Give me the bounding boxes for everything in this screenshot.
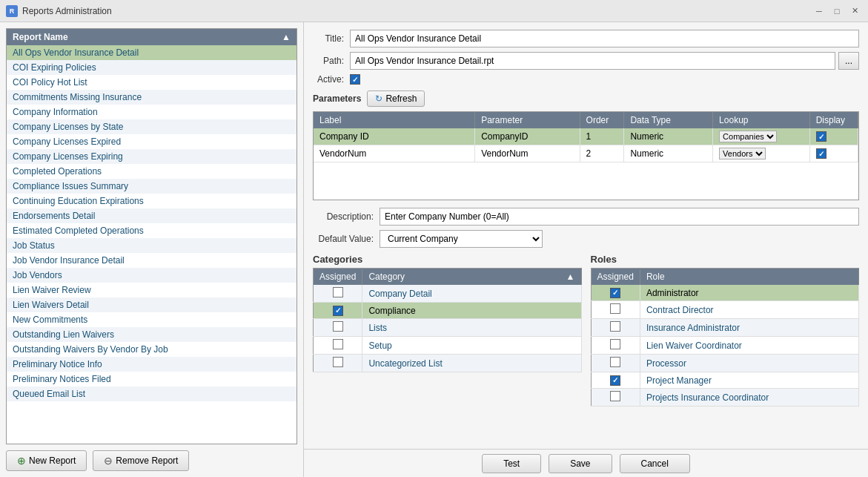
display-checkbox[interactable]: ✓ [816,131,826,142]
table-row[interactable]: Lien Waiver Coordinator [591,337,859,355]
report-list-item[interactable]: Continuing Education Expirations [7,194,296,208]
path-row: Path: ... [313,52,859,70]
report-list-item[interactable]: Outstanding Lien Waivers [7,327,296,342]
maximize-button[interactable]: □ [829,4,844,19]
refresh-label: Refresh [385,93,417,104]
table-row[interactable]: VendorNumVendorNum2NumericVendors✓ [314,145,858,162]
lookup-select[interactable]: Vendors [719,148,766,159]
parameters-title: Parameters [313,93,361,104]
remove-report-button[interactable]: ⊖ Remove Report [93,450,189,471]
col-datatype: Data Type [624,112,713,128]
report-list-item[interactable]: Preliminary Notice Info [7,357,296,372]
role-checkbox[interactable] [610,357,620,367]
category-checkbox[interactable]: ✓ [333,306,343,316]
table-row[interactable]: Uncategorized List [314,355,582,372]
app-icon: R [6,5,18,17]
lookup-select[interactable]: Companies [719,131,777,142]
report-list-item[interactable]: Compliance Issues Summary [7,179,296,194]
category-checkbox[interactable] [333,321,343,332]
table-row[interactable]: Processor [591,355,859,372]
browse-button[interactable]: ... [838,52,859,70]
report-list: All Ops Vendor Insurance DetailCOI Expir… [7,45,296,401]
right-panel: Title: Path: ... Active: ✓ Parameters ↻ … [304,22,868,477]
cancel-button[interactable]: Cancel [620,454,690,473]
categories-table: Assigned Category ▲ Company Detail✓Compl… [313,268,582,372]
report-list-item[interactable]: Preliminary Notices Filed [7,372,296,386]
remove-icon: ⊖ [104,455,113,467]
report-list-item[interactable]: Job Vendors [7,268,296,283]
new-report-label: New Report [29,455,76,466]
cat-roles-container: Categories Assigned Category ▲ Company D… [313,254,859,407]
title-label: Title: [313,33,350,44]
table-row[interactable]: Insurance Administrator [591,319,859,337]
report-list-item[interactable]: Completed Operations [7,164,296,179]
table-row[interactable]: Lists [314,319,582,337]
report-list-item[interactable]: New Commitments [7,312,296,327]
table-row[interactable]: Company IDCompanyID1NumericCompanies✓ [314,128,858,145]
minimize-button[interactable]: ─ [812,4,826,19]
report-list-item[interactable]: All Ops Vendor Insurance Detail [7,45,296,60]
remove-report-label: Remove Report [116,455,178,466]
table-row[interactable]: Setup [314,337,582,355]
description-row: Description: [313,208,859,226]
category-checkbox[interactable] [333,357,343,367]
table-row[interactable]: ✓Administrator [591,285,859,301]
display-checkbox[interactable]: ✓ [816,148,826,159]
title-input[interactable] [350,30,859,47]
parameters-section-header: Parameters ↻ Refresh [313,91,859,107]
report-list-item[interactable]: Company Licenses Expiring [7,149,296,164]
refresh-button[interactable]: ↻ Refresh [367,91,425,107]
report-list-item[interactable]: Endorsements Detail [7,208,296,223]
cat-col-category: Category ▲ [362,269,581,286]
report-list-item[interactable]: Company Licenses Expired [7,134,296,149]
table-row[interactable]: Contract Director [591,301,859,319]
sort-icon: ▲ [282,32,291,42]
table-row[interactable]: Company Detail [314,285,582,303]
active-checkbox[interactable]: ✓ [350,74,360,85]
report-list-item[interactable]: Estimated Completed Operations [7,223,296,238]
report-list-item[interactable]: Lien Waiver Review [7,283,296,297]
test-button[interactable]: Test [482,454,541,473]
path-input[interactable] [350,52,835,70]
roles-panel: Roles Assigned Role ✓AdministratorContra… [591,254,860,407]
report-list-item[interactable]: Outstanding Waivers By Vendor By Job [7,342,296,357]
report-list-item[interactable]: Company Licenses by State [7,119,296,134]
report-list-header-label: Report Name [13,32,68,42]
report-list-item[interactable]: Job Status [7,238,296,253]
table-row[interactable]: Projects Insurance Coordinator [591,389,859,407]
report-list-item[interactable]: Lien Waivers Detail [7,297,296,312]
params-table-wrapper: Label Parameter Order Data Type Lookup D… [313,111,859,200]
report-list-item[interactable]: Queued Email List [7,386,296,401]
save-button[interactable]: Save [549,454,612,473]
close-button[interactable]: ✕ [847,4,862,19]
new-report-button[interactable]: ⊕ New Report [6,450,87,471]
default-value-select[interactable]: Current Company All None [380,230,543,248]
footer-bar: Test Save Cancel [304,449,868,477]
report-list-item[interactable]: Company Information [7,105,296,119]
report-list-container: Report Name ▲ All Ops Vendor Insurance D… [6,28,297,444]
role-checkbox[interactable] [610,339,620,349]
category-checkbox[interactable] [333,287,343,297]
categories-panel: Categories Assigned Category ▲ Company D… [313,254,582,407]
report-list-item[interactable]: COI Expiring Policies [7,60,296,75]
table-row[interactable]: ✓Project Manager [591,372,859,389]
role-checkbox[interactable] [610,391,620,401]
description-input[interactable] [380,208,859,226]
window-title: Reports Administration [22,6,812,16]
table-row[interactable]: ✓Compliance [314,303,582,319]
report-list-item[interactable]: Commitments Missing Insurance [7,90,296,105]
report-list-item[interactable]: Job Vendor Insurance Detail [7,253,296,268]
cat-sort-icon: ▲ [566,272,575,282]
role-checkbox[interactable] [610,321,620,332]
categories-title: Categories [313,254,582,265]
role-checkbox[interactable] [610,303,620,314]
col-parameter: Parameter [475,112,580,128]
default-value-row: Default Value: Current Company All None [313,230,859,248]
role-checkbox[interactable]: ✓ [610,288,620,298]
role-checkbox[interactable]: ✓ [610,375,620,386]
left-panel: Report Name ▲ All Ops Vendor Insurance D… [0,22,304,477]
roles-title: Roles [591,254,860,265]
col-display: Display [809,112,858,128]
report-list-item[interactable]: COI Policy Hot List [7,75,296,90]
category-checkbox[interactable] [333,339,343,349]
